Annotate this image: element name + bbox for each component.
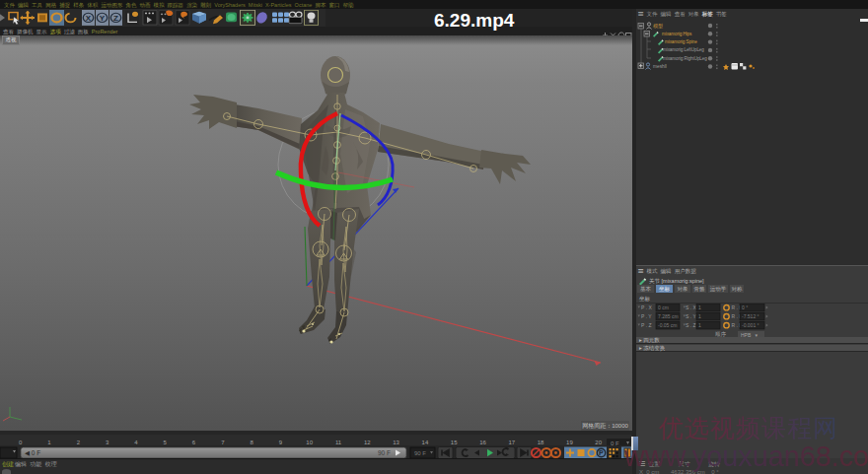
- svg-text:19: 19: [566, 440, 573, 445]
- svg-text:-7.512 °: -7.512 °: [742, 313, 760, 319]
- svg-text:1: 1: [698, 322, 701, 328]
- svg-text:18: 18: [538, 440, 544, 445]
- svg-text:12: 12: [364, 440, 371, 445]
- svg-text:6: 6: [192, 440, 196, 445]
- svg-text:3: 3: [106, 440, 109, 445]
- svg-text:1: 1: [698, 305, 701, 310]
- svg-text:0 cm: 0 cm: [658, 305, 669, 310]
- svg-text:2: 2: [77, 440, 81, 445]
- svg-text:X: X: [86, 14, 91, 22]
- svg-text:90 F: 90 F: [378, 449, 391, 456]
- svg-text:8: 8: [250, 440, 253, 445]
- svg-text:P . Z: P . Z: [641, 322, 651, 328]
- svg-text:S . Y: S . Y: [686, 313, 696, 319]
- svg-text:◀ 0 F: ◀ 0 F: [25, 449, 40, 456]
- svg-text:1: 1: [698, 313, 701, 319]
- svg-text:7.285 cm: 7.285 cm: [658, 313, 679, 319]
- svg-text:S . Z: S . Z: [686, 322, 696, 328]
- svg-text:20: 20: [595, 440, 602, 445]
- svg-text:-0.05 cm: -0.05 cm: [658, 322, 677, 328]
- svg-text:1: 1: [47, 440, 51, 445]
- svg-text:0: 0: [19, 440, 23, 445]
- svg-text:P: P: [599, 449, 604, 456]
- svg-text:15: 15: [451, 440, 458, 445]
- svg-text:Z: Z: [113, 14, 118, 22]
- svg-text:90 F: 90 F: [414, 450, 426, 456]
- svg-text:S . X: S . X: [686, 305, 697, 310]
- svg-text:11: 11: [335, 440, 342, 445]
- svg-text:14: 14: [422, 440, 429, 445]
- svg-text:13: 13: [393, 440, 399, 445]
- svg-text:P . Y: P . Y: [641, 313, 652, 319]
- svg-text:P . X: P . X: [641, 305, 652, 310]
- svg-text:10: 10: [306, 440, 313, 445]
- svg-text:17: 17: [508, 440, 515, 445]
- svg-text:5: 5: [164, 440, 168, 445]
- svg-text:0 °: 0 °: [742, 305, 748, 310]
- svg-text:9: 9: [279, 440, 283, 445]
- svg-text:Y: Y: [100, 14, 105, 22]
- svg-text:16: 16: [479, 440, 486, 445]
- svg-text:-0.001 °: -0.001 °: [742, 322, 760, 328]
- svg-text:4: 4: [134, 440, 138, 445]
- svg-text:7: 7: [221, 440, 225, 445]
